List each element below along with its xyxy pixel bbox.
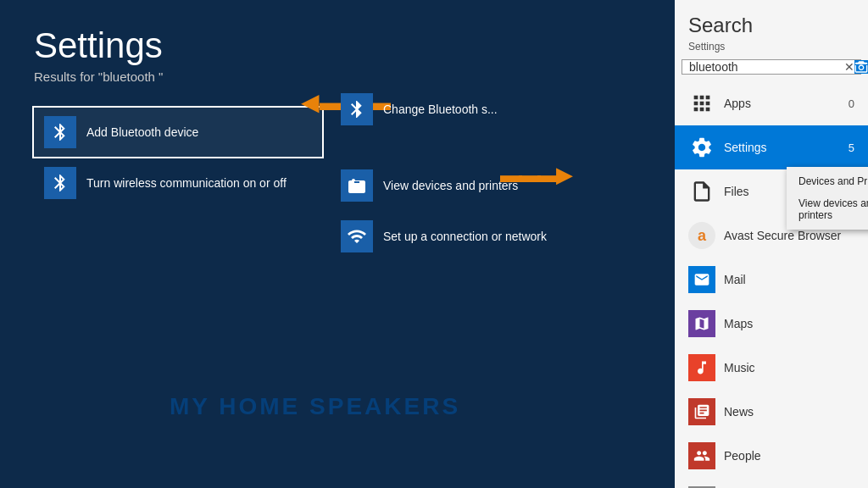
- context-menu-item-view-devices[interactable]: View devices and printers: [787, 192, 868, 226]
- sidebar-nav-item-settings[interactable]: Settings 5: [675, 125, 868, 169]
- sidebar-nav-item-mail[interactable]: Mail: [675, 258, 868, 302]
- search-sidebar: Search Settings ✕ Apps 0 Settings 5: [675, 0, 868, 488]
- watermark-text: MY HOME SPEAKERS: [170, 393, 460, 420]
- results-subtitle: Results for "bluetooth ": [34, 69, 641, 84]
- apps-icon: [688, 90, 715, 117]
- right-arrow-icon: ▬▬▬▶: [500, 164, 570, 186]
- sidebar-nav-item-people[interactable]: People: [675, 434, 868, 478]
- settings-item-add-bluetooth[interactable]: Add Bluetooth device: [34, 108, 322, 157]
- arrow-right-annotation: ▬▬▬▶: [500, 164, 570, 186]
- apps-label: Apps: [724, 97, 840, 110]
- sidebar-nav-item-music[interactable]: Music: [675, 346, 868, 390]
- people-icon: [688, 442, 715, 469]
- apps-count: 0: [849, 97, 854, 110]
- music-label: Music: [724, 361, 854, 374]
- mail-label: Mail: [724, 273, 854, 286]
- main-content: Settings Results for "bluetooth " Add Bl…: [0, 0, 675, 488]
- news-label: News: [724, 405, 854, 419]
- search-input-wrapper[interactable]: ✕: [682, 59, 861, 75]
- maps-label: Maps: [724, 317, 854, 330]
- news-icon: [688, 398, 715, 425]
- avast-label: Avast Secure Browser: [724, 229, 854, 242]
- settings-nav-label: Settings: [724, 141, 840, 154]
- people-label: People: [724, 449, 854, 463]
- context-menu: Devices and Printers View devices and pr…: [787, 167, 868, 230]
- search-input[interactable]: [682, 60, 844, 74]
- wireless-label: Turn wireless communication on or off: [86, 176, 287, 190]
- settings-item-change-bluetooth[interactable]: Change Bluetooth s...: [331, 85, 559, 134]
- add-bluetooth-label: Add Bluetooth device: [86, 125, 198, 139]
- avast-icon: a: [688, 222, 715, 249]
- setup-connection-label: Set up a connection or network: [383, 230, 547, 243]
- sidebar-nav-item-photos[interactable]: Photos: [675, 478, 868, 488]
- settings-item-setup-connection[interactable]: Set up a connection or network: [331, 212, 559, 261]
- view-devices-label: View devices and printers: [383, 179, 518, 192]
- sidebar-nav-item-maps[interactable]: Maps: [675, 302, 868, 346]
- music-icon: [688, 354, 715, 381]
- maps-icon: [688, 310, 715, 337]
- sidebar-nav-item-news[interactable]: News: [675, 390, 868, 434]
- settings-icon-setup-connection: [341, 220, 373, 252]
- sidebar-nav-item-apps[interactable]: Apps 0: [675, 81, 868, 125]
- sidebar-section-label: Settings: [675, 41, 868, 59]
- mail-icon: [688, 266, 715, 293]
- settings-icon-wireless: [44, 167, 76, 199]
- context-menu-item-devices[interactable]: Devices and Printers: [787, 170, 868, 192]
- settings-item-wireless[interactable]: Turn wireless communication on or off: [34, 158, 322, 208]
- files-icon: [688, 178, 715, 205]
- search-clear-button[interactable]: ✕: [844, 60, 854, 74]
- page-title: Settings: [34, 25, 641, 66]
- search-camera-button[interactable]: [854, 60, 868, 74]
- settings-icon-view-devices: [341, 169, 373, 202]
- settings-icon-change-bluetooth: [341, 93, 373, 125]
- settings-nav-count: 5: [849, 141, 854, 154]
- settings-icon-bluetooth: [44, 116, 76, 148]
- settings-nav-icon: [688, 134, 715, 161]
- sidebar-nav-list: Apps 0 Settings 5 Files 60 a Avast Secur…: [675, 81, 868, 488]
- change-bluetooth-label: Change Bluetooth s...: [383, 103, 498, 116]
- sidebar-title: Search: [675, 14, 868, 41]
